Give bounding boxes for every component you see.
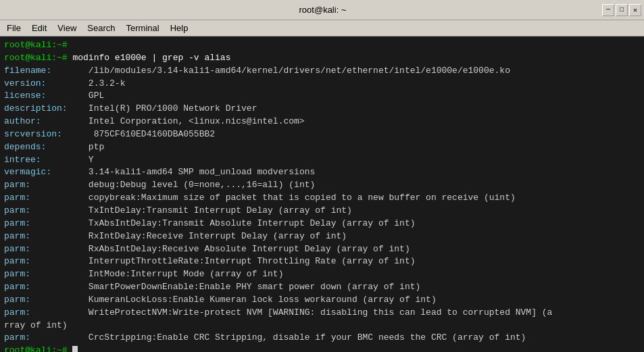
window-title: root@kali: ~: [43, 5, 602, 15]
line-15: parm: TxAbsIntDelay:Transmit Absolute In…: [4, 218, 640, 230]
line-22: parm: WriteProtectNVM:Write-protect NVM …: [4, 307, 640, 320]
line-17: parm: RxAbsIntDelay:Receive Absolute Int…: [4, 243, 640, 256]
line-11: vermagic: 3.14-kali1-amd64 SMP mod_unloa…: [4, 166, 640, 179]
line-16: parm: RxIntDelay:Receive Interrupt Delay…: [4, 230, 640, 243]
line-20: parm: SmartPowerDownEnable:Enable PHY sm…: [4, 281, 640, 294]
line-13: parm: copybreak:Maximum size of packet t…: [4, 192, 640, 205]
terminal-output[interactable]: root@kali:~# root@kali:~# modinfo e1000e…: [0, 36, 644, 352]
line-12: parm: debug:Debug level (0=none,...,16=a…: [4, 179, 640, 192]
line-14: parm: TxIntDelay:Transmit Interrupt Dela…: [4, 205, 640, 218]
menu-file[interactable]: File: [3, 22, 25, 34]
line-4: version: 2.3.2-k: [4, 78, 640, 91]
line-6: description: Intel(R) PRO/1000 Network D…: [4, 103, 640, 116]
line-18: parm: InterruptThrottleRate:Interrupt Th…: [4, 255, 640, 268]
line-9: depends: ptp: [4, 141, 640, 154]
maximize-button[interactable]: □: [616, 4, 628, 16]
line-3: filename: /lib/modules/3.14-kali1-amd64/…: [4, 65, 640, 78]
menu-view[interactable]: View: [53, 22, 80, 34]
line-19: parm: IntMode:Interrupt Mode (array of i…: [4, 268, 640, 281]
menu-terminal[interactable]: Terminal: [122, 22, 164, 34]
minimize-button[interactable]: ─: [602, 4, 614, 16]
menu-bar: File Edit View Search Terminal Help: [0, 20, 644, 36]
line-24: parm: CrcStripping:Enable CRC Stripping,…: [4, 332, 640, 345]
cursor-block: [72, 346, 78, 352]
line-7: author: Intel Corporation, <linux.nics@i…: [4, 116, 640, 128]
line-23: rray of int): [4, 320, 640, 332]
menu-help[interactable]: Help: [166, 22, 193, 34]
line-10: intree: Y: [4, 154, 640, 167]
line-25: root@kali:~#: [4, 345, 640, 352]
line-1: root@kali:~#: [4, 39, 640, 52]
close-button[interactable]: ✕: [629, 4, 641, 16]
menu-edit[interactable]: Edit: [28, 22, 51, 34]
line-5: license: GPL: [4, 90, 640, 103]
line-2: root@kali:~# modinfo e1000e | grep -v al…: [4, 52, 640, 65]
line-8: srcversion: 875CF610ED4160DBA055BB2: [4, 128, 640, 141]
title-bar: root@kali: ~ ─ □ ✕: [0, 0, 644, 20]
line-21: parm: KumeranLockLoss:Enable Kumeran loc…: [4, 294, 640, 307]
menu-search[interactable]: Search: [83, 22, 119, 34]
window-controls[interactable]: ─ □ ✕: [602, 4, 641, 16]
